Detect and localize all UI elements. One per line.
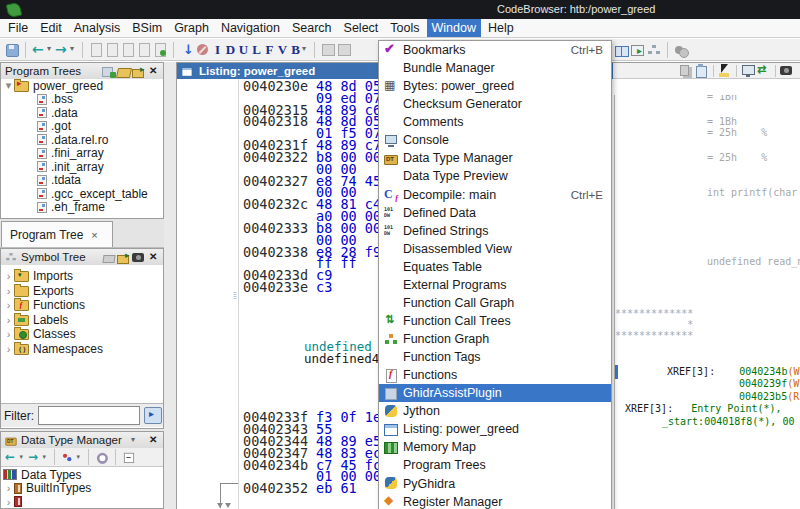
gear-icon[interactable] xyxy=(95,451,109,464)
function-out-icon[interactable] xyxy=(320,42,336,57)
tab-close-icon[interactable]: × xyxy=(91,229,97,241)
dropdown-caret[interactable] xyxy=(47,42,54,57)
tree-item-builtintypes[interactable]: › BuiltInTypes xyxy=(1,482,163,496)
flag-letter-v-button[interactable]: V xyxy=(276,42,289,58)
save-tree-icon[interactable] xyxy=(116,250,131,265)
menubar-item-tools[interactable]: Tools xyxy=(385,19,424,37)
chevron-right-icon[interactable]: › xyxy=(3,328,14,340)
program-tree[interactable]: ▾power_greed.bss.data.got.data.rel.ro.fi… xyxy=(1,79,163,214)
tree-item-init-array[interactable]: .init_array xyxy=(1,160,163,174)
save-tree-icon[interactable] xyxy=(131,64,146,79)
xref-address[interactable]: 0040239f xyxy=(739,378,787,389)
edit-icon[interactable] xyxy=(101,250,116,265)
page-icon[interactable] xyxy=(104,42,120,57)
cursor-select-icon[interactable] xyxy=(717,63,733,78)
chevron-right-icon[interactable]: › xyxy=(3,343,14,355)
tree-item-data[interactable]: .data xyxy=(1,106,163,120)
conflict-icon[interactable] xyxy=(61,451,75,464)
tree-item-labels[interactable]: ›Labels xyxy=(1,313,163,328)
collapse-icon[interactable] xyxy=(122,451,136,464)
copy-icon[interactable] xyxy=(678,63,694,78)
save-icon[interactable] xyxy=(4,42,20,57)
menu-item-pyghidra[interactable]: PyGhidra xyxy=(379,475,611,493)
menu-item-jython[interactable]: Jython xyxy=(379,402,611,420)
function-in-icon[interactable] xyxy=(336,42,352,57)
menu-item-function-tags[interactable]: Function Tags xyxy=(379,348,611,366)
tree-item-tdata[interactable]: .tdata xyxy=(1,174,163,188)
tree-item-got[interactable]: .got xyxy=(1,120,163,134)
down-arrow-icon[interactable] xyxy=(179,42,195,57)
new-tree-icon[interactable] xyxy=(101,64,116,79)
tree-item-functions[interactable]: ›Functions xyxy=(1,298,163,313)
menu-item-equates-table[interactable]: Equates Table xyxy=(379,258,611,276)
menubar-item-navigation[interactable]: Navigation xyxy=(216,19,285,37)
dropdown-caret[interactable] xyxy=(302,42,309,57)
menu-item-disassembled-view[interactable]: Disassembled View xyxy=(379,240,611,258)
drag-handle-icon[interactable]: ⁞⁞ xyxy=(233,291,236,301)
paste-icon[interactable] xyxy=(694,63,710,78)
flag-letter-l-button[interactable]: L xyxy=(250,42,263,58)
page-icon[interactable] xyxy=(136,42,152,57)
menu-item-memory-map[interactable]: Memory Map xyxy=(379,438,611,456)
menubar-item-edit[interactable]: Edit xyxy=(35,19,67,37)
menu-item-defined-strings[interactable]: Defined Strings xyxy=(379,222,611,240)
menu-item-console[interactable]: Console xyxy=(379,131,611,149)
chevron-right-icon[interactable]: › xyxy=(3,270,14,282)
sitemap-icon[interactable] xyxy=(646,43,662,58)
menu-item-register-manager[interactable]: Register Manager xyxy=(379,493,611,509)
tree-item-fini-array[interactable]: .fini_array xyxy=(1,147,163,161)
camera-icon[interactable] xyxy=(131,250,146,265)
program-trees-header[interactable]: Program Trees xyxy=(1,63,163,80)
menu-item-functions[interactable]: Functions xyxy=(379,366,611,384)
menubar-item-graph[interactable]: Graph xyxy=(169,19,214,37)
chevron-right-icon[interactable]: › xyxy=(3,314,14,326)
xref-address[interactable]: _start:004018f8(*), 00 xyxy=(662,416,794,427)
back-arrow-icon[interactable] xyxy=(4,451,18,464)
menubar-item-file[interactable]: File xyxy=(3,19,33,37)
xref-address[interactable]: Entry Point(*), xyxy=(691,403,781,414)
menu-item-checksum-generator[interactable]: Checksum Generator xyxy=(379,95,611,113)
overlap-circles-icon[interactable] xyxy=(673,43,689,58)
menu-item-data-type-preview[interactable]: Data Type Preview xyxy=(379,167,611,185)
tree-item-eh-frame[interactable]: .eh_frame xyxy=(1,201,163,215)
close-icon[interactable] xyxy=(146,250,161,265)
close-icon[interactable] xyxy=(146,64,161,79)
dropdown-caret[interactable] xyxy=(43,451,49,464)
menu-item-bookmarks[interactable]: BookmarksCtrl+B xyxy=(379,41,611,59)
menu-item-bytes-power-greed[interactable]: Bytes: power_greed xyxy=(379,77,611,95)
tree-item-data-types[interactable]: Data Types xyxy=(1,468,163,482)
forward-arrow-icon[interactable] xyxy=(54,42,70,57)
forward-arrow-icon[interactable] xyxy=(27,451,41,464)
page-icon[interactable] xyxy=(120,42,136,57)
menu-item-ghidrassistplugin[interactable]: GhidrAssistPlugin xyxy=(379,384,611,402)
flag-letter-d-button[interactable]: D xyxy=(224,42,237,58)
flag-letter-f-button[interactable]: F xyxy=(263,42,276,58)
close-icon[interactable] xyxy=(146,433,161,448)
tree-item-bss[interactable]: .bss xyxy=(1,93,163,107)
dropdown-caret[interactable] xyxy=(20,451,26,464)
chevron-right-icon[interactable]: › xyxy=(3,285,14,297)
menubar-item-bsim[interactable]: BSim xyxy=(127,19,167,37)
camera-icon[interactable] xyxy=(779,63,795,78)
no-entry-icon[interactable] xyxy=(195,42,211,57)
open-folder-icon[interactable] xyxy=(116,64,131,79)
page-icon[interactable] xyxy=(88,42,104,57)
menubar-item-help[interactable]: Help xyxy=(483,19,519,37)
dropdown-caret[interactable] xyxy=(70,42,77,57)
xref-address[interactable]: 0040234b xyxy=(739,366,787,377)
symbol-tree-header[interactable]: Symbol Tree xyxy=(1,249,163,266)
menu-item-decompile-main[interactable]: Decompile: mainCtrl+E xyxy=(379,186,611,204)
tree-item-classes[interactable]: ›Classes xyxy=(1,327,163,342)
monitor-refresh-icon[interactable] xyxy=(740,63,756,78)
menubar-item-window[interactable]: Window xyxy=(427,19,481,37)
page-refresh-icon[interactable] xyxy=(152,42,168,57)
menu-item-bundle-manager[interactable]: Bundle Manager xyxy=(379,59,611,77)
window-export-icon[interactable] xyxy=(630,43,646,58)
menu-item-function-call-trees[interactable]: Function Call Trees xyxy=(379,312,611,330)
chevron-right-icon[interactable]: › xyxy=(3,496,14,508)
symbol-tree[interactable]: ›Imports›Exports›Functions›Labels›Classe… xyxy=(1,265,163,404)
dtm-header[interactable]: Data Type Manager xyxy=(1,432,163,449)
tree-item-power-greed[interactable]: ▾power_greed xyxy=(1,79,163,93)
menu-item-listing-power-greed[interactable]: Listing: power_greed xyxy=(379,420,611,438)
menu-item-data-type-manager[interactable]: Data Type Manager xyxy=(379,149,611,167)
